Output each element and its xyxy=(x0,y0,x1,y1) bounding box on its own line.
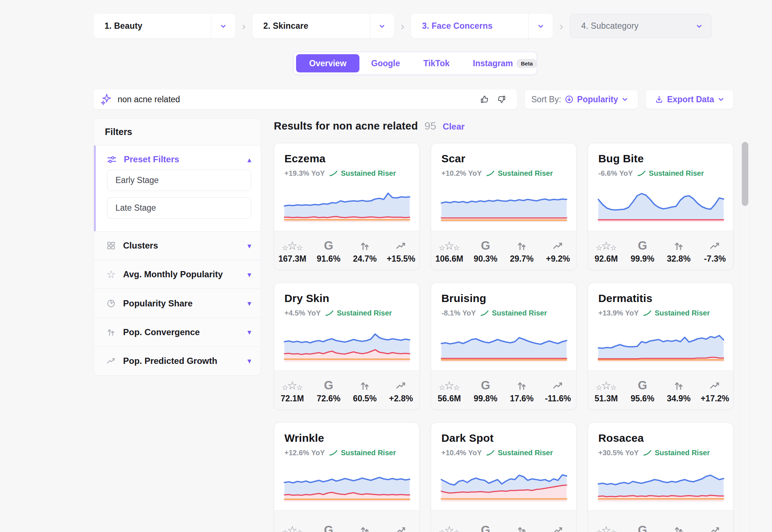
chevron-down-icon[interactable] xyxy=(370,23,394,29)
trend-card-body: Dermatitis +13.9% YoY Sustained Riser xyxy=(588,283,733,362)
metric-convergence-value: 60.5% xyxy=(353,394,377,404)
trend-metrics-bar: ☆☆☆ 56.6M G 99.8% 17.6% xyxy=(431,370,576,409)
riser-curve-icon xyxy=(643,310,652,316)
arrows-up-icon xyxy=(516,525,527,532)
trend-icon xyxy=(709,380,720,391)
export-data-button[interactable]: Export Data xyxy=(645,90,734,109)
download-icon xyxy=(655,95,663,104)
metric-predicted-growth: +9.2% xyxy=(540,231,576,270)
trend-subline: +4.5% YoY Sustained Riser xyxy=(284,309,409,317)
clear-results-button[interactable]: Clear xyxy=(443,122,465,132)
trend-card-body: Scar +10.2% YoY Sustained Riser xyxy=(431,143,576,222)
metric-google-share: G xyxy=(625,511,661,532)
breadcrumb-step-2[interactable]: 2. Skincare xyxy=(252,14,394,38)
arrows-up-icon xyxy=(516,380,527,391)
trend-subline: +10.2% YoY Sustained Riser xyxy=(441,169,566,178)
metric-google-value: 99.9% xyxy=(631,254,654,264)
arrows-up-icon xyxy=(516,241,527,251)
trend-card-body: Rosacea +30.5% YoY Sustained Riser xyxy=(588,423,733,501)
trend-card[interactable]: Eczema +19.3% YoY Sustained Riser ☆☆☆ 16… xyxy=(274,143,420,270)
breadcrumb-step-1[interactable]: 1. Beauty xyxy=(94,14,235,38)
chevron-down-icon[interactable] xyxy=(529,23,553,29)
metric-predicted-growth: +15.5% xyxy=(383,231,420,270)
riser-curve-icon xyxy=(637,170,646,176)
tab-tiktok[interactable]: TikTok xyxy=(412,54,461,72)
ai-search-bar[interactable] xyxy=(94,90,517,109)
results-header: Results for non acne related 95 Clear xyxy=(274,120,465,132)
arrows-up-icon xyxy=(359,380,370,391)
metric-convergence-value: 34.9% xyxy=(667,394,690,404)
stars-popularity-icon: ☆☆☆ xyxy=(596,521,617,532)
stars-popularity-icon: ☆☆☆ xyxy=(596,377,617,391)
filter-section-pop-predicted-growth[interactable]: Pop. Predicted Growth▾ xyxy=(94,347,261,375)
thumbs-down-button[interactable] xyxy=(493,95,510,104)
metric-google-value: 72.6% xyxy=(317,394,340,404)
tab-instagram[interactable]: InstagramBeta xyxy=(461,54,549,72)
breadcrumb-separator-icon: › xyxy=(235,21,252,32)
trend-icon xyxy=(395,380,406,391)
metric-popularity: ☆☆☆ xyxy=(588,511,625,532)
trend-card[interactable]: Wrinkle +12.6% YoY Sustained Riser ☆☆☆ xyxy=(274,422,420,532)
filter-section-pop-convergence[interactable]: Pop. Convergence▾ xyxy=(94,318,261,347)
scrollbar-thumb[interactable] xyxy=(742,142,748,206)
preset-option-early-stage[interactable]: Early Stage xyxy=(107,170,251,191)
trend-status-label: Sustained Riser xyxy=(655,309,710,317)
trend-subline: -6.6% YoY Sustained Riser xyxy=(598,169,723,178)
metric-predicted-growth: +2.8% xyxy=(383,371,420,409)
filters-panel: Filters Preset Filters ▴ Early StageLate… xyxy=(94,118,261,376)
search-input[interactable] xyxy=(112,95,476,104)
filter-section-avg-monthly-popularity[interactable]: ☆Avg. Monthly Popularity▾ xyxy=(94,260,261,289)
metric-growth-value: +2.8% xyxy=(389,394,413,404)
preset-filters-toggle[interactable]: Preset Filters ▴ xyxy=(94,146,261,170)
trend-status: Sustained Riser xyxy=(480,309,547,317)
trend-icon xyxy=(395,525,406,532)
trend-title: Dry Skin xyxy=(284,292,409,305)
trend-card[interactable]: Bruising -8.1% YoY Sustained Riser ☆☆☆ 5… xyxy=(431,283,576,410)
trend-card[interactable]: Dermatitis +13.9% YoY Sustained Riser ☆☆… xyxy=(588,283,733,410)
trend-icon xyxy=(395,241,406,251)
trend-status: Sustained Riser xyxy=(486,169,553,178)
trend-card[interactable]: Bug Bite -6.6% YoY Sustained Riser ☆☆☆ 9… xyxy=(588,143,733,270)
metric-convergence: 32.8% xyxy=(661,231,697,270)
metric-popularity: ☆☆☆ 56.6M xyxy=(431,371,468,409)
filter-section-popularity-share[interactable]: Popularity Share▾ xyxy=(94,289,261,318)
trend-status: Sustained Riser xyxy=(637,169,704,178)
trend-card[interactable]: Dry Skin +4.5% YoY Sustained Riser ☆☆☆ 7… xyxy=(274,283,420,410)
filter-section-label: Pop. Predicted Growth xyxy=(123,356,241,366)
chevron-down-icon[interactable] xyxy=(687,23,711,29)
trend-card[interactable]: Rosacea +30.5% YoY Sustained Riser ☆☆☆ xyxy=(588,422,733,532)
breadcrumb: 1. Beauty›2. Skincare›3. Face Concerns›4… xyxy=(94,14,712,38)
caret-down-icon: ▾ xyxy=(247,299,251,307)
breadcrumb-step-4[interactable]: 4. Subcategory xyxy=(570,14,712,38)
trend-metrics-bar: ☆☆☆ 51.3M G 95.6% 34.9% xyxy=(588,370,733,409)
trend-sparkline-chart xyxy=(441,465,567,501)
stars-popularity-icon: ☆☆☆ xyxy=(282,521,303,532)
metric-google-share: G 95.6% xyxy=(625,371,661,409)
thumbs-up-button[interactable] xyxy=(476,95,493,104)
metric-google-share: G xyxy=(468,511,504,532)
trend-icon xyxy=(709,241,720,251)
sparkle-icon xyxy=(101,94,112,105)
metric-popularity: ☆☆☆ 72.1M xyxy=(274,371,311,409)
metric-popularity: ☆☆☆ 92.6M xyxy=(588,231,625,270)
metric-popularity-value: 92.6M xyxy=(595,254,618,264)
trend-card[interactable]: Scar +10.2% YoY Sustained Riser ☆☆☆ 106.… xyxy=(431,143,576,270)
tab-overview[interactable]: Overview xyxy=(296,54,359,72)
active-section-accent xyxy=(94,146,96,231)
sort-by-dropdown[interactable]: Sort By: Popularity xyxy=(524,90,638,109)
breadcrumb-step-3[interactable]: 3. Face Concerns xyxy=(411,14,553,38)
trend-card-body: Bug Bite -6.6% YoY Sustained Riser xyxy=(588,143,733,222)
tab-label: Google xyxy=(371,59,400,68)
thumbs-down-icon xyxy=(497,95,506,104)
yoy-change: +19.3% YoY xyxy=(284,169,325,178)
google-icon: G xyxy=(324,524,333,532)
filter-section-clusters[interactable]: Clusters▾ xyxy=(94,231,261,260)
chevron-down-icon[interactable] xyxy=(211,23,235,29)
trend-icon xyxy=(552,241,563,251)
preset-option-late-stage[interactable]: Late Stage xyxy=(107,197,251,219)
trend-results-grid: Eczema +19.3% YoY Sustained Riser ☆☆☆ 16… xyxy=(274,143,734,532)
trend-card[interactable]: Dark Spot +10.4% YoY Sustained Riser ☆☆☆ xyxy=(431,422,576,532)
tab-google[interactable]: Google xyxy=(359,54,411,72)
trend-subline: +10.4% YoY Sustained Riser xyxy=(441,449,566,457)
trend-card-body: Eczema +19.3% YoY Sustained Riser xyxy=(274,143,419,222)
